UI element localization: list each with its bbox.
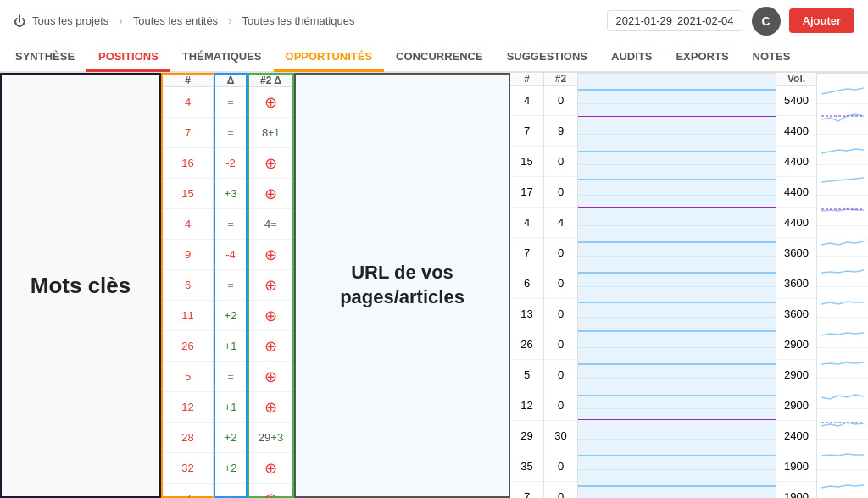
vol-row-9: 2900 [776, 360, 816, 390]
breadcrumb: ⏻ Tous les projets › Toutes les entités … [14, 14, 354, 28]
tab-suggestions[interactable]: SUGGESTIONS [495, 43, 599, 72]
n1-row-2: 15 [510, 147, 543, 177]
spark-row-10 [817, 379, 868, 409]
delta-row-9: = [215, 362, 246, 392]
vol-header: Vol. [776, 73, 816, 86]
tab-positions[interactable]: POSITIONS [86, 43, 170, 72]
pos-row-6: 6 [163, 270, 213, 301]
spark-row-0 [817, 74, 868, 104]
delta-row-7: +2 [215, 301, 246, 331]
avatar-button[interactable]: C [752, 7, 781, 36]
spark-row-12 [817, 440, 868, 470]
tab-exports[interactable]: EXPORTS [664, 43, 740, 72]
n2-row-9: 0 [544, 360, 577, 390]
n1-row-4: 4 [510, 208, 543, 238]
n1-row-1: 7 [510, 116, 543, 147]
spark-row-8 [817, 318, 868, 348]
chart-row-1 [578, 104, 776, 135]
nav-tabs: SYNTHÈSE POSITIONS THÉMATIQUES OPPORTUNI… [0, 42, 868, 73]
delta-row-8: +1 [215, 331, 246, 362]
pos2-row-13: ⊕ [249, 484, 292, 498]
tab-concurrence[interactable]: CONCURRENCE [384, 43, 495, 72]
sep2: › [228, 14, 231, 27]
spark-row-6 [817, 257, 868, 287]
spark-row-7 [817, 287, 868, 318]
chart-row-12 [578, 440, 776, 470]
pos2-row-3: ⊕ [249, 179, 292, 209]
top-bar: ⏻ Tous les projets › Toutes les entités … [0, 0, 868, 42]
pos2-row-2: ⊕ [249, 148, 292, 179]
spark-row-4 [817, 196, 868, 226]
pos-row-2: 16 [163, 148, 213, 179]
tab-audits[interactable]: AUDITS [599, 43, 664, 72]
vol-row-10: 2900 [776, 390, 816, 421]
n2-row-10: 0 [544, 390, 577, 421]
pos2-row-1: 8 +1 [249, 118, 292, 148]
sparklines-column [817, 73, 868, 498]
vol-row-8: 2900 [776, 329, 816, 360]
tab-opportunites[interactable]: OPPORTUNITÉS [274, 43, 385, 72]
spark-row-1 [817, 104, 868, 135]
n2-row-12: 0 [544, 451, 577, 482]
pos-row-11: 28 [163, 423, 213, 453]
n2-row-8: 0 [544, 329, 577, 360]
pos-row-13: 7 [163, 484, 213, 498]
n2-row-0: 0 [544, 86, 577, 116]
vol-row-6: 3600 [776, 268, 816, 299]
tab-notes[interactable]: NOTES [741, 43, 803, 72]
pos-row-9: 5 [163, 362, 213, 392]
tab-synthese[interactable]: SYNTHÈSE [3, 43, 86, 72]
date-range[interactable]: 2021-01-29 2021-02-04 [607, 10, 743, 31]
spark-row-13 [817, 470, 868, 498]
pos-row-5: 9 [163, 240, 213, 270]
n1-header: # [510, 73, 543, 86]
chart-row-11 [578, 409, 776, 440]
pos2-column: #2 Δ ⊕ 8 +1 ⊕ ⊕ 4 = ⊕ ⊕ ⊕ ⊕ ⊕ ⊕ 29 +3 ⊕ … [248, 73, 294, 498]
url-label: URL de vos pages/articles [340, 261, 465, 309]
chart-row-9 [578, 348, 776, 379]
n2-row-3: 0 [544, 177, 577, 208]
n2-row-5: 0 [544, 238, 577, 268]
spark-row-2 [817, 135, 868, 165]
vol-row-0: 5400 [776, 86, 816, 116]
pos-row-7: 11 [163, 301, 213, 331]
top-bar-right: 2021-01-29 2021-02-04 C Ajouter [607, 7, 855, 36]
n2-row-4: 4 [544, 208, 577, 238]
delta-row-2: -2 [215, 148, 246, 179]
themes-link[interactable]: Toutes les thématiques [242, 14, 354, 27]
spark-row-5 [817, 226, 868, 257]
pos2-row-4: 4 = [249, 209, 292, 240]
vol-row-2: 4400 [776, 147, 816, 177]
pos-row-3: 15 [163, 179, 213, 209]
n2-column: #2 0 9 0 0 4 0 0 0 0 0 0 30 0 0 [544, 73, 578, 498]
vol-row-1: 4400 [776, 116, 816, 147]
pos2-row-5: ⊕ [249, 240, 292, 270]
entities-link[interactable]: Toutes les entités [133, 14, 218, 27]
n2-row-6: 0 [544, 268, 577, 299]
delta-row-4: = [215, 209, 246, 240]
n2-row-1: 9 [544, 116, 577, 147]
delta-row-11: +2 [215, 423, 246, 453]
motscles-label: Mots clès [31, 273, 131, 299]
n1-row-13: 7 [510, 482, 543, 498]
n1-row-10: 12 [510, 390, 543, 421]
n1-row-7: 13 [510, 299, 543, 329]
chart-row-7 [578, 287, 776, 318]
add-button[interactable]: Ajouter [789, 8, 855, 33]
delta-row-5: -4 [215, 240, 246, 270]
spark-row-9 [817, 348, 868, 379]
n1-row-3: 17 [510, 177, 543, 208]
date-start: 2021-01-29 [616, 14, 673, 27]
delta-row-13: = [215, 484, 246, 498]
pos2-row-0: ⊕ [249, 87, 292, 118]
chart-row-6 [578, 257, 776, 287]
vol-row-11: 2400 [776, 421, 816, 451]
vol-row-5: 3600 [776, 238, 816, 268]
tab-thematiques[interactable]: THÉMATIQUES [170, 43, 274, 72]
pos2-row-11: 29 +3 [249, 423, 292, 453]
projects-link[interactable]: Tous les projets [32, 14, 108, 27]
delta-row-3: +3 [215, 179, 246, 209]
spark-row-3 [817, 165, 868, 196]
vol-row-13: 1900 [776, 482, 816, 498]
n1-row-9: 5 [510, 360, 543, 390]
